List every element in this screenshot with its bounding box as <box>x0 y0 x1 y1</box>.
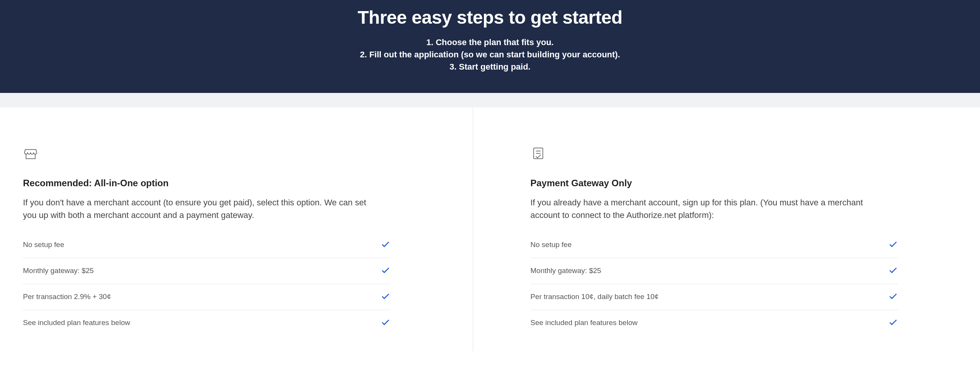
plan-all-in-one: Recommended: All-in-One option If you do… <box>0 107 473 351</box>
hero-step-1: 1. Choose the plan that fits you. <box>15 36 965 49</box>
check-icon <box>381 291 390 303</box>
feature-row: See included plan features below <box>531 310 898 336</box>
feature-label: Monthly gateway: $25 <box>23 267 94 275</box>
divider-band <box>0 93 980 107</box>
feature-label: No setup fee <box>531 241 572 249</box>
feature-label: See included plan features below <box>531 319 638 327</box>
feature-label: Per transaction 10¢, daily batch fee 10¢ <box>531 293 659 301</box>
check-icon <box>888 239 898 251</box>
feature-row: No setup fee <box>531 237 898 258</box>
feature-label: No setup fee <box>23 241 64 249</box>
feature-row: Monthly gateway: $25 <box>23 258 390 284</box>
plan-title: Payment Gateway Only <box>531 178 946 189</box>
feature-label: See included plan features below <box>23 319 130 327</box>
feature-label: Monthly gateway: $25 <box>531 267 601 275</box>
hero-title: Three easy steps to get started <box>15 7 965 28</box>
plan-gateway-only: Payment Gateway Only If you already have… <box>473 107 980 351</box>
document-check-icon <box>531 146 946 163</box>
feature-row: Per transaction 2.9% + 30¢ <box>23 284 390 310</box>
check-icon <box>888 265 898 277</box>
check-icon <box>888 317 898 329</box>
storefront-icon <box>23 146 438 163</box>
feature-list: No setup fee Monthly gateway: $25 Per tr… <box>531 237 898 336</box>
hero-banner: Three easy steps to get started 1. Choos… <box>0 0 980 93</box>
plan-description: If you don't have a merchant account (to… <box>23 196 368 221</box>
plans-section: Recommended: All-in-One option If you do… <box>0 107 980 351</box>
feature-row: Per transaction 10¢, daily batch fee 10¢ <box>531 284 898 310</box>
feature-label: Per transaction 2.9% + 30¢ <box>23 293 111 301</box>
plan-description: If you already have a merchant account, … <box>531 196 875 221</box>
hero-steps: 1. Choose the plan that fits you. 2. Fil… <box>15 36 965 73</box>
feature-row: Monthly gateway: $25 <box>531 258 898 284</box>
feature-list: No setup fee Monthly gateway: $25 Per tr… <box>23 237 390 336</box>
hero-step-2: 2. Fill out the application (so we can s… <box>15 49 965 61</box>
check-icon <box>381 317 390 329</box>
check-icon <box>381 265 390 277</box>
feature-row: See included plan features below <box>23 310 390 336</box>
check-icon <box>888 291 898 303</box>
hero-step-3: 3. Start getting paid. <box>15 61 965 73</box>
check-icon <box>381 239 390 251</box>
plan-title: Recommended: All-in-One option <box>23 178 438 189</box>
feature-row: No setup fee <box>23 237 390 258</box>
